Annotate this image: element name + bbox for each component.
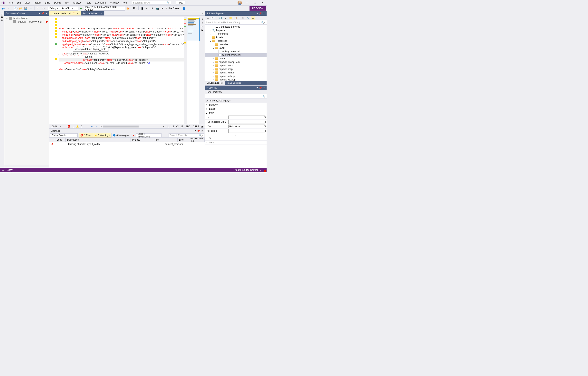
close-panel-icon[interactable]: ✕ xyxy=(263,86,265,89)
maximize-button[interactable]: ▢ xyxy=(252,1,257,5)
device-other-icon[interactable]: ⊞ xyxy=(160,6,165,11)
solution-name-dropdown[interactable]: App7 xyxy=(176,1,185,5)
property-expand-icon[interactable]: ⌄ xyxy=(205,133,267,136)
start-button[interactable]: ▶ xyxy=(79,6,83,11)
outline-item[interactable]: TextView – "Hello World!" xyxy=(5,20,48,23)
tree-item[interactable]: drawable xyxy=(205,43,267,46)
property-marker-icon[interactable] xyxy=(264,130,266,132)
show-all-files-icon[interactable]: 📁 xyxy=(228,16,233,20)
feedback-icon[interactable]: 👤 xyxy=(182,6,186,11)
save-all-button[interactable]: 🗃 xyxy=(28,6,33,11)
error-row[interactable]: ✕Missing attribute: layout_widthcontent_… xyxy=(49,142,205,146)
outline-hscroll[interactable] xyxy=(4,165,49,168)
code-line[interactable]: android:layout_height=class="tok-punct">… xyxy=(59,40,184,43)
tree-item[interactable]: content_main.xml xyxy=(205,53,267,57)
properties-icon[interactable]: 🔧 xyxy=(246,16,250,20)
menu-analyze[interactable]: Analyze xyxy=(71,0,84,5)
menu-project[interactable]: Project xyxy=(32,0,43,5)
tree-item[interactable]: ▷mipmap-xxhdpi xyxy=(205,74,267,78)
editor-tab[interactable]: MainActivity.cs✕ xyxy=(81,11,105,15)
code-line[interactable]: app:layout_behavior=class="tok-punct">"c… xyxy=(59,43,184,46)
window-options-icon[interactable]: ▾ xyxy=(257,86,258,89)
add-source-control-button[interactable]: Add to Source Control xyxy=(235,169,258,171)
code-editor[interactable]: Missing attribute: layout_width -class="… xyxy=(49,17,205,124)
user-avatar[interactable] xyxy=(237,0,242,5)
window-options-icon[interactable]: ▾ xyxy=(257,12,258,15)
nav-next-icon[interactable]: → xyxy=(96,125,98,128)
menu-window[interactable]: Window xyxy=(108,0,121,5)
tree-item[interactable]: ▷menu xyxy=(205,57,267,60)
device-desktop-icon[interactable]: 🖥 xyxy=(150,6,155,11)
menu-build[interactable]: Build xyxy=(43,0,52,5)
property-category[interactable]: ◢Main xyxy=(205,111,267,115)
property-value-input[interactable]: Hello World! xyxy=(228,125,265,128)
outline-item[interactable]: ⊟RelativeLayout xyxy=(5,16,48,20)
line-indicator[interactable]: Ln: 12 xyxy=(167,125,174,128)
sync-icon[interactable]: 🔄 xyxy=(218,16,223,20)
device-phone-icon[interactable]: 📱 xyxy=(140,6,144,11)
tree-item[interactable]: activity_main.xml xyxy=(205,50,267,53)
debug-target-dropdown[interactable]: Pixel_2_API_29 (Android 10.0 - API 29)▾ xyxy=(84,6,125,10)
code-line[interactable]: -class="tok-punct"><class="tok-tag">Rela… xyxy=(59,27,184,30)
editor-hscrollbar[interactable]: ◂ ▸ xyxy=(100,125,165,128)
editor-tab[interactable]: content_main.xml*📍✕ xyxy=(49,11,81,15)
clear-filter-button[interactable]: ✖ xyxy=(131,133,136,137)
zoom-level[interactable]: 100 % xyxy=(51,125,57,128)
properties-search-input[interactable]: 🔍 xyxy=(205,94,267,99)
property-category[interactable]: ▷Style xyxy=(205,141,267,145)
menu-view[interactable]: View xyxy=(23,0,32,5)
fold-toggle-icon[interactable]: - xyxy=(58,52,59,54)
nav-back-button[interactable]: ◉▾ xyxy=(1,6,5,11)
minimap[interactable]: ⋯ xyxy=(187,17,200,124)
platform-dropdown[interactable]: Any CPU▾ xyxy=(60,6,78,10)
refresh-icon[interactable]: ↻ xyxy=(223,16,228,20)
tab-team-explorer[interactable]: Team Explorer xyxy=(225,81,243,85)
notifications-button[interactable]: 🏳 2 xyxy=(263,169,265,171)
home-icon[interactable]: ⌂ xyxy=(206,16,210,20)
save-button[interactable]: 💾 xyxy=(23,6,28,11)
property-value-input[interactable] xyxy=(228,120,265,124)
close-panel-icon[interactable]: ✕ xyxy=(263,12,265,15)
code-line[interactable]: android:text=class="tok-punct">"class="t… xyxy=(59,62,184,65)
tree-item[interactable]: ▷🔧Properties xyxy=(205,29,267,32)
window-options-icon[interactable]: ▾ xyxy=(195,129,196,132)
tab-overflow-icon[interactable]: ▾ xyxy=(201,11,205,15)
error-search-input[interactable]: Search Error List 🔍▾ xyxy=(169,133,204,137)
warning-count[interactable]: 0 xyxy=(81,125,82,128)
tab-solution-explorer[interactable]: Solution Explorer xyxy=(205,81,225,85)
live-share-button[interactable]: ⇪ Live Share xyxy=(165,7,179,10)
swap-icon[interactable]: ⇄ xyxy=(201,25,203,28)
preview-chooser-icon[interactable]: 🖼▾ xyxy=(132,6,137,11)
view-code-icon[interactable]: ⟨⟩ xyxy=(240,16,245,20)
global-search-input[interactable]: Search (Ctrl+Q) 🔍 xyxy=(132,1,171,5)
config-dropdown[interactable]: Debug▾ xyxy=(48,6,60,10)
property-value-input[interactable] xyxy=(228,115,265,119)
fold-toggle-icon[interactable]: - xyxy=(58,27,59,29)
tree-item[interactable]: Assets xyxy=(205,36,267,39)
menu-debug[interactable]: Debug xyxy=(52,0,63,5)
menu-test[interactable]: Test xyxy=(63,0,71,5)
toolbox-tab[interactable]: Toolbox xyxy=(0,12,4,22)
view-options-icon[interactable]: ▾ xyxy=(202,21,203,24)
device-tv-icon[interactable]: 📺 xyxy=(155,6,160,11)
tree-item[interactable]: ▷mipmap-hdpi xyxy=(205,64,267,67)
property-marker-icon[interactable] xyxy=(264,125,266,127)
warnings-filter-button[interactable]: 0 Warnings xyxy=(93,133,111,137)
editor-options-icon[interactable]: ▣ xyxy=(201,125,203,128)
code-line[interactable]: android:layout_width=class="tok-punct">"… xyxy=(59,36,184,40)
pin-icon[interactable]: 📌 xyxy=(42,12,44,15)
code-line[interactable] xyxy=(59,65,184,68)
tree-item[interactable]: ▷▪▪References xyxy=(205,32,267,36)
lineending-indicator[interactable]: CRLF xyxy=(193,125,199,128)
property-category[interactable]: ▷Behavior xyxy=(205,103,267,107)
preview-icon[interactable]: ▭ xyxy=(251,16,255,20)
new-item-button[interactable]: 📄▾ xyxy=(13,6,18,11)
copy-icon[interactable]: 📋 xyxy=(233,16,238,20)
pin-icon[interactable]: 📌 xyxy=(259,12,262,15)
code-line[interactable]: _content" xyxy=(59,55,184,58)
tree-item[interactable]: ▷mipmap-xhdpi xyxy=(205,71,267,74)
undo-button[interactable]: ↶▾ xyxy=(36,6,40,11)
tree-item[interactable]: ☁Connected Services xyxy=(205,25,267,29)
menu-file[interactable]: File xyxy=(7,0,15,5)
menu-tools[interactable]: Tools xyxy=(84,0,93,5)
